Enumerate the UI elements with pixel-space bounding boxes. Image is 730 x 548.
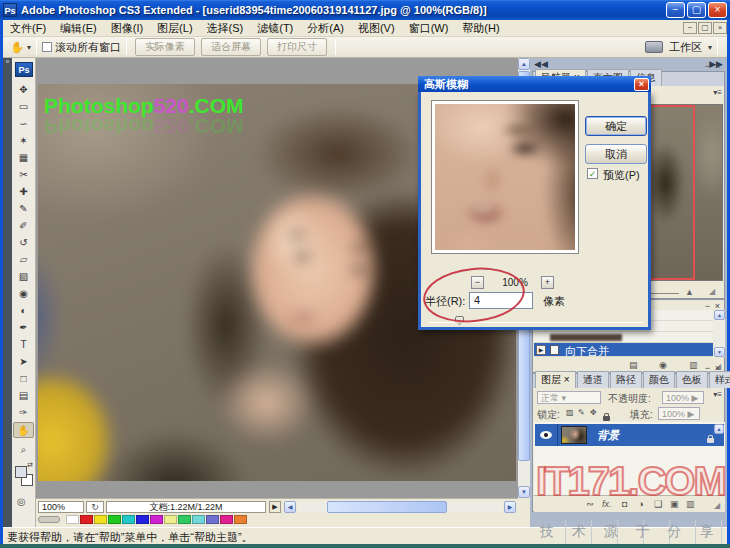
- delete-state-icon[interactable]: ▥: [689, 360, 698, 370]
- scroll-down-icon[interactable]: ▼: [518, 486, 530, 498]
- swatch[interactable]: [192, 515, 205, 524]
- brush-tool[interactable]: ✎: [13, 201, 34, 217]
- mini-slider[interactable]: [38, 516, 60, 523]
- marquee-tool[interactable]: ▭: [13, 99, 34, 115]
- eyedropper-tool[interactable]: ✑: [13, 405, 34, 421]
- layer-visibility-eye-icon[interactable]: [540, 431, 552, 439]
- healing-brush-tool[interactable]: ✚: [13, 184, 34, 200]
- status-flyout-icon[interactable]: ▶: [269, 501, 281, 513]
- pen-tool[interactable]: ✒: [13, 320, 34, 336]
- navigator-view-rectangle[interactable]: [648, 105, 695, 280]
- swatch[interactable]: [122, 515, 135, 524]
- swatch[interactable]: [136, 515, 149, 524]
- scroll-up-icon[interactable]: ▲: [518, 58, 530, 70]
- fit-screen-button[interactable]: 适合屏幕: [201, 38, 261, 56]
- tab-channels[interactable]: 通道: [577, 371, 609, 388]
- shape-tool[interactable]: □: [13, 371, 34, 387]
- menu-file[interactable]: 文件(F): [3, 20, 53, 37]
- foreground-color-swatch[interactable]: [15, 466, 27, 478]
- quick-selection-tool[interactable]: ✶: [13, 133, 34, 149]
- scroll-all-windows-checkbox[interactable]: [42, 42, 52, 52]
- history-brush-tool[interactable]: ↺: [13, 235, 34, 251]
- tab-color[interactable]: 颜色: [643, 371, 675, 388]
- history-scrollbar[interactable]: ▲ ▼: [714, 310, 725, 357]
- clone-stamp-tool[interactable]: ✐: [13, 218, 34, 234]
- panel-close-icon[interactable]: ×: [715, 363, 720, 373]
- swap-colors-icon[interactable]: ⇄: [27, 461, 33, 469]
- lock-all-icon[interactable]: [603, 416, 610, 421]
- quick-mask-icon[interactable]: ◎: [17, 496, 26, 507]
- history-item-obscured[interactable]: [534, 332, 713, 343]
- menu-help[interactable]: 帮助(H): [455, 20, 506, 37]
- blur-tool[interactable]: ◉: [13, 286, 34, 302]
- tool-preset-dropdown-icon[interactable]: ▾: [27, 43, 31, 52]
- preview-checkbox[interactable]: ✓: [587, 168, 598, 179]
- eraser-tool[interactable]: ▱: [13, 252, 34, 268]
- actual-pixels-button[interactable]: 实际像素: [135, 38, 195, 56]
- move-tool[interactable]: ✥: [13, 82, 34, 98]
- doc-close-button[interactable]: ×: [713, 22, 727, 34]
- scroll-up-icon[interactable]: ▲: [714, 424, 724, 434]
- menu-analysis[interactable]: 分析(A): [300, 20, 351, 37]
- close-button[interactable]: ×: [708, 2, 727, 18]
- zoom-tool[interactable]: ⌕: [13, 442, 34, 458]
- swatch[interactable]: [150, 515, 163, 524]
- cancel-button[interactable]: 取消: [585, 144, 647, 164]
- gradient-tool[interactable]: ▧: [13, 269, 34, 285]
- workspace-dropdown-icon[interactable]: ▾: [708, 43, 712, 52]
- panel-resize-grip[interactable]: ◢: [709, 287, 715, 296]
- swatch[interactable]: [94, 515, 107, 524]
- lasso-tool[interactable]: ∽: [13, 116, 34, 132]
- palette-well-strip[interactable]: »: [3, 58, 12, 527]
- ok-button[interactable]: 确定: [585, 116, 647, 136]
- print-size-button[interactable]: 打印尺寸: [267, 38, 327, 56]
- swatch[interactable]: [206, 515, 219, 524]
- swatch[interactable]: [164, 515, 177, 524]
- status-refresh-icon[interactable]: ↻: [86, 501, 104, 513]
- lock-position-icon[interactable]: ✥: [590, 408, 597, 417]
- opacity-field[interactable]: 100% ▶: [662, 391, 704, 404]
- title-bar[interactable]: Ps Adobe Photoshop CS3 Extended - [useri…: [0, 0, 730, 20]
- horizontal-scroll-thumb[interactable]: [327, 501, 447, 513]
- dock-collapse-left-icon[interactable]: ◀◀: [534, 59, 548, 69]
- swatch[interactable]: [108, 515, 121, 524]
- menu-view[interactable]: 视图(V): [351, 20, 402, 37]
- swatch[interactable]: [80, 515, 93, 524]
- tab-styles[interactable]: 样式: [709, 371, 730, 388]
- tab-swatches[interactable]: 色板: [676, 371, 708, 388]
- menu-image[interactable]: 图像(I): [104, 20, 150, 37]
- maximize-button[interactable]: ▢: [687, 2, 706, 18]
- preview-zoom-in-button[interactable]: +: [541, 276, 554, 289]
- blend-mode-select[interactable]: 正常 ▾: [537, 391, 601, 404]
- minimize-button[interactable]: −: [666, 2, 685, 18]
- horizontal-scroll-track[interactable]: [297, 501, 503, 513]
- panel-close-icon[interactable]: ×: [715, 61, 720, 71]
- menu-edit[interactable]: 编辑(E): [53, 20, 104, 37]
- new-snapshot-icon[interactable]: ◉: [659, 360, 667, 370]
- history-item-selected[interactable]: ▶ 向下合并: [534, 343, 713, 357]
- crop-tool[interactable]: ▦: [13, 150, 34, 166]
- notes-tool[interactable]: ▤: [13, 388, 34, 404]
- history-state-marker[interactable]: ▶: [536, 345, 546, 355]
- scroll-left-icon[interactable]: ◀: [284, 501, 296, 513]
- lock-transparency-icon[interactable]: ▨: [566, 408, 574, 417]
- scroll-down-icon[interactable]: ▼: [714, 347, 725, 357]
- slice-tool[interactable]: ✂: [13, 167, 34, 183]
- navigator-thumbnail[interactable]: [647, 104, 723, 281]
- menu-window[interactable]: 窗口(W): [402, 20, 456, 37]
- dialog-title-bar[interactable]: 高斯模糊 ×: [418, 76, 651, 92]
- panel-minimize-icon[interactable]: −: [705, 363, 710, 373]
- swatch[interactable]: [220, 515, 233, 524]
- doc-restore-button[interactable]: ▢: [698, 22, 712, 34]
- swatch[interactable]: [234, 515, 247, 524]
- scroll-up-icon[interactable]: ▲: [714, 310, 725, 320]
- dialog-close-button[interactable]: ×: [634, 78, 649, 91]
- swatch[interactable]: [66, 515, 79, 524]
- doc-minimize-button[interactable]: −: [683, 22, 697, 34]
- path-selection-tool[interactable]: ➤: [13, 354, 34, 370]
- menu-select[interactable]: 选择(S): [200, 20, 251, 37]
- dodge-tool[interactable]: ◐: [13, 303, 34, 319]
- zoom-percent-field[interactable]: 100%: [38, 501, 84, 513]
- fill-field[interactable]: 100% ▶: [658, 407, 700, 420]
- workspace-label[interactable]: 工作区: [669, 40, 702, 55]
